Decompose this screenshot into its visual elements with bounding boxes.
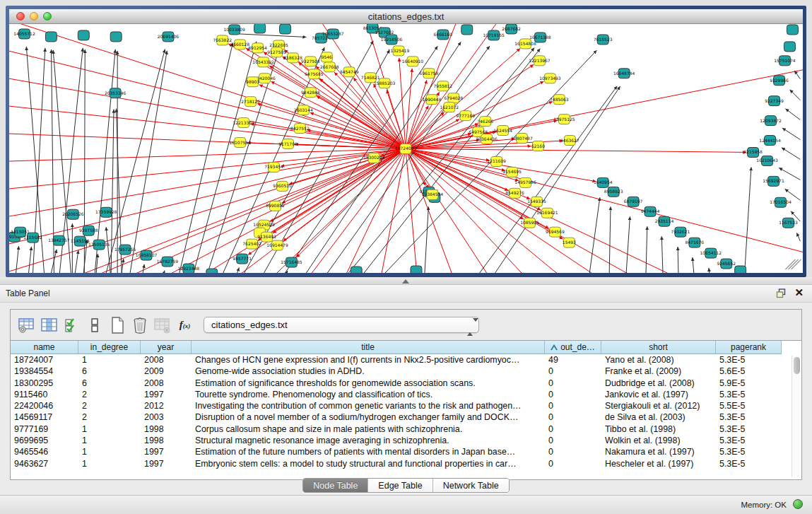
table-row[interactable]: 977716911998Corpus callosum shape and si… [11,424,790,435]
table-cell[interactable]: 1997 [141,458,192,469]
memory-ok-indicator[interactable] [793,499,803,509]
table-cell[interactable]: 18300295 [11,378,78,389]
table-cell[interactable]: Tibbo et al. (1998) [601,424,716,435]
table-cell[interactable]: 2008 [141,354,192,366]
table-cell[interactable]: Yano et al. (2008) [601,354,716,366]
table-cell[interactable]: 9463627 [11,458,78,469]
column-header[interactable]: short [601,341,716,354]
table-cell[interactable]: 1 [78,424,141,435]
node[interactable] [787,25,798,35]
table-cell[interactable]: 14569117 [11,411,78,423]
table-cell[interactable]: Stergiakouli et al. (2012) [601,400,716,411]
table-cell[interactable]: 22420046 [11,400,78,411]
table-cell[interactable]: 2 [78,400,141,411]
table-cell[interactable]: 2009 [141,366,192,377]
table-cell[interactable]: 5.3E-5 [716,411,782,423]
table-cell[interactable]: 1998 [141,424,192,435]
delete-columns-button[interactable] [130,315,149,334]
node[interactable] [351,267,362,273]
node[interactable] [254,24,266,33]
node[interactable] [45,32,57,42]
table-cell[interactable]: 0 [545,446,601,457]
table-row[interactable]: 1872400712008Changes of HCN gene express… [11,354,790,366]
table-cell[interactable]: 1 [78,446,141,457]
node[interactable] [411,266,422,273]
column-header[interactable]: name [11,341,78,354]
table-cell[interactable]: Franke et al. (2009) [601,366,716,377]
table-cell[interactable]: 0 [545,424,601,435]
table-cell[interactable]: Dudbridge et al. (2008) [601,378,716,389]
table-cell[interactable]: 2008 [141,378,192,389]
table-cell[interactable]: 9465546 [11,446,78,457]
show-columns-button[interactable] [40,315,59,334]
table-cell[interactable]: Jankovic et al. (1997) [601,389,716,400]
table-mode-button[interactable] [17,315,36,334]
table-cell[interactable]: Embryonic stem cells: a model to study s… [192,458,545,469]
node[interactable] [110,32,122,42]
table-cell[interactable]: Structural magnetic resonance image aver… [192,435,545,446]
table-row[interactable]: 969969511998Structural magnetic resonanc… [11,435,790,446]
new-column-button[interactable] [107,315,126,334]
table-cell[interactable]: 5.6E-5 [716,366,782,377]
column-header[interactable]: in_degree [78,341,141,354]
table-cell[interactable]: 6 [78,366,141,377]
table-cell[interactable]: 5.3E-5 [716,424,782,435]
column-header[interactable]: pagerank [716,341,782,354]
citation-network-graph[interactable]: 1405571220691406100338097857234106532878… [9,24,803,273]
node[interactable] [206,269,218,273]
node[interactable] [461,25,473,35]
function-builder-button[interactable]: f(x) [175,315,194,334]
table-cell[interactable]: 0 [545,389,601,400]
tab-node-table[interactable]: Node Table [303,479,368,492]
table-cell[interactable]: 18724007 [11,354,78,366]
table-row[interactable]: 1938455462009Genome-wide association stu… [11,366,790,377]
table-cell[interactable]: 2003 [141,411,192,423]
table-cell[interactable]: Genome-wide association studies in ADHD. [192,366,545,377]
table-cell[interactable]: 2 [78,389,141,400]
split-pane-divider[interactable] [0,277,812,285]
table-row[interactable]: 946554611997Estimation of the future num… [11,446,790,457]
table-row[interactable]: 946362711997Embryonic stem cells: a mode… [11,458,790,469]
divider-grip-icon[interactable] [402,279,409,284]
table-cell[interactable]: Hescheler et al. (1997) [601,458,716,469]
table-cell[interactable]: 0 [545,458,601,469]
table-select-dropdown[interactable]: citations_edges.txt [204,317,479,333]
table-cell[interactable]: 0 [545,378,601,389]
table-scrollbar[interactable] [792,356,800,477]
float-panel-icon[interactable] [776,288,787,298]
tab-network-table[interactable]: Network Table [433,479,509,492]
select-all-button[interactable] [62,315,81,334]
table-cell[interactable]: 5.5E-5 [716,400,782,411]
canvas-resize-grip[interactable] [785,259,801,269]
table-cell[interactable]: 2012 [141,400,192,411]
table-cell[interactable]: Estimation of the future numbers of pati… [192,446,545,457]
table-cell[interactable]: 5.9E-5 [716,378,782,389]
table-cell[interactable]: 5.3E-5 [716,435,782,446]
table-cell[interactable]: 1997 [141,389,192,400]
node[interactable] [784,42,795,52]
table-cell[interactable]: 1997 [141,446,192,457]
node[interactable] [735,266,746,273]
table-cell[interactable]: 0 [545,411,601,423]
unselect-all-button[interactable] [85,315,104,334]
table-cell[interactable]: 5.3E-5 [716,389,782,400]
table-cell[interactable]: 5.3E-5 [716,354,782,366]
table-cell[interactable]: 19384554 [11,366,78,377]
table-cell[interactable]: 5.3E-5 [716,446,782,457]
table-row[interactable]: 1456911722003Disruption of a novel membe… [11,411,790,423]
table-cell[interactable]: Corpus callosum shape and size in male p… [192,424,545,435]
table-row[interactable]: 1830029562008Estimation of significance … [11,378,790,389]
table-cell[interactable]: 9699695 [11,435,78,446]
table-cell[interactable]: Investigating the contribution of common… [192,400,545,411]
table-cell[interactable]: 5.3E-5 [716,458,782,469]
column-header[interactable]: title [192,341,545,354]
table-cell[interactable]: 9115460 [11,389,78,400]
table-cell[interactable]: Tourette syndrome. Phenomenology and cla… [192,389,545,400]
table-row[interactable]: 911546021997Tourette syndrome. Phenomeno… [11,389,790,400]
table-cell[interactable]: 1 [78,458,141,469]
node[interactable] [280,24,291,34]
table-cell[interactable]: 1 [78,354,141,366]
tab-edge-table[interactable]: Edge Table [368,479,433,492]
table-cell[interactable]: Disruption of a novel member of a sodium… [192,411,545,423]
table-cell[interactable]: 0 [545,366,601,377]
